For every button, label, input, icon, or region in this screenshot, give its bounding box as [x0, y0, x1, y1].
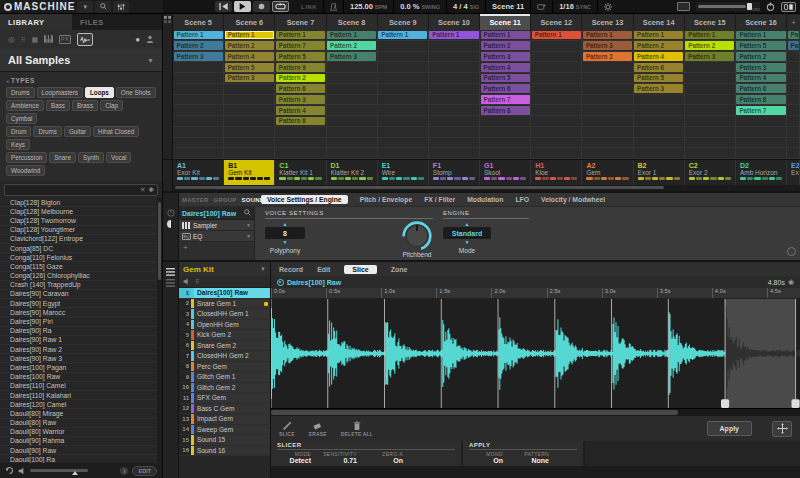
pattern-cell[interactable] [173, 127, 223, 138]
pattern-cell[interactable] [429, 95, 479, 106]
pattern-clip[interactable]: Pattern 6 [276, 84, 325, 93]
pattern-cell[interactable] [480, 116, 530, 127]
page-tab[interactable]: LFO [515, 196, 529, 203]
sample-row[interactable]: Conga[110] Felonius [0, 253, 162, 262]
pattern-cell[interactable] [173, 73, 223, 84]
pattern-cell[interactable] [634, 148, 684, 159]
pattern-cell[interactable]: Pattern 2 [480, 41, 530, 52]
pattern-cell[interactable] [173, 95, 223, 106]
pattern-cell[interactable] [429, 138, 479, 149]
pattern-cell[interactable]: Pattern 3 [480, 52, 530, 63]
sample-row[interactable]: Daouli[90] Raw [0, 446, 162, 455]
pattern-clip[interactable]: Pattern 1 [481, 31, 530, 40]
pattern-clip[interactable]: Pattern 6 [481, 84, 530, 93]
pattern-cell[interactable]: Pattern 1 [327, 30, 377, 41]
pattern-clip[interactable]: Pattern 3 [327, 52, 376, 61]
subtype-chip[interactable]: Bass [46, 100, 70, 111]
subtype-chip[interactable]: Hihat Closed [93, 126, 139, 137]
pattern-cell[interactable]: Pattern 4 [480, 62, 530, 73]
scene-tab[interactable]: Scene 10 [429, 14, 480, 30]
search-button[interactable] [95, 1, 111, 13]
editor-tab-edit[interactable]: Edit [317, 266, 330, 273]
browser-tab-files[interactable]: FILES [72, 14, 144, 30]
pattern-cell[interactable] [582, 62, 632, 73]
group-cell-C2[interactable]: C2Exor 2 [685, 160, 736, 185]
factory-content-icon[interactable]: ● [135, 35, 140, 44]
pattern-cell[interactable] [327, 84, 377, 95]
page-tab[interactable]: FX / Filter [424, 196, 455, 203]
pattern-cell[interactable] [531, 138, 581, 149]
pattern-cell[interactable]: Pattern 7 [736, 105, 786, 116]
pattern-cell[interactable]: Pattern 3 [173, 52, 223, 63]
pattern-clip[interactable]: Pattern 3 [276, 95, 325, 104]
pattern-cell[interactable] [327, 105, 377, 116]
group-cell-A2[interactable]: A2Gem [582, 160, 633, 185]
pattern-cell[interactable]: Pattern 3 [224, 73, 274, 84]
pattern-cell[interactable]: Pattern 1 [736, 30, 786, 41]
sample-row[interactable]: Daouli[80] Warrior [0, 428, 162, 437]
group-cell-B2[interactable]: B2Exor 1 [634, 160, 685, 185]
pattern-cell[interactable]: Pattern 2 [327, 41, 377, 52]
pattern-clip[interactable]: Pattern 5 [225, 63, 274, 72]
sample-row[interactable]: Daires[90] Raw 3 [0, 354, 162, 363]
sample-row[interactable]: Daouli[90] Rahma [0, 437, 162, 446]
pattern-cell[interactable] [429, 127, 479, 138]
group-cell-D2[interactable]: D2Amb Horizon [736, 160, 787, 185]
sample-row[interactable]: Daires[90] Marocc [0, 308, 162, 317]
sample-row[interactable]: Conga[85] DC [0, 244, 162, 253]
pattern-cell[interactable] [634, 116, 684, 127]
waveform-scrollbar[interactable] [271, 408, 800, 416]
type-chip[interactable]: Loops [85, 87, 114, 98]
user-content-icon[interactable] [146, 35, 154, 45]
pattern-clip[interactable]: Pattern 1 [634, 31, 683, 40]
pattern-cell[interactable] [685, 73, 735, 84]
sample-row[interactable]: Crash [140] TrappedUp [0, 281, 162, 290]
search-bar[interactable]: ✕ ✱ [4, 184, 158, 196]
pattern-cell[interactable]: Pattern 1 [378, 30, 428, 41]
scene-tab[interactable]: Scene 15 [685, 14, 736, 30]
pattern-cell[interactable]: Pattern 2 [173, 41, 223, 52]
header-dropdown-button[interactable]: ▾ [77, 1, 93, 13]
pattern-cell[interactable] [327, 138, 377, 149]
pattern-clip[interactable]: Pattern 7 [276, 41, 325, 50]
timeline-ruler[interactable]: 0.0s0.5s1.0s1.5s2.0s2.5s3.0s3.5s4.0s4.5s [271, 288, 800, 299]
pattern-cell[interactable] [685, 62, 735, 73]
pattern-cell[interactable] [634, 138, 684, 149]
pattern-cell[interactable] [173, 105, 223, 116]
zoom-link-icon[interactable]: ◉ [788, 278, 794, 286]
pattern-cell[interactable] [173, 84, 223, 95]
pattern-cell[interactable] [685, 148, 735, 159]
sample-row[interactable]: Clap[128] Bigton [0, 198, 162, 207]
pattern-cell[interactable] [685, 127, 735, 138]
pattern-cell[interactable]: Pattern 1 [685, 30, 735, 41]
pad-view-icon[interactable] [166, 279, 175, 287]
add-plugin-button[interactable]: + [179, 242, 254, 253]
pattern-cell[interactable] [173, 138, 223, 149]
pattern-clip[interactable]: Pattern 1 [276, 31, 325, 40]
pattern-cell[interactable] [531, 52, 581, 63]
subtype-chip[interactable]: Guitar [64, 126, 91, 137]
prehear-volume-slider[interactable] [30, 469, 88, 472]
pattern-cell[interactable] [224, 138, 274, 149]
group-cell-G1[interactable]: G1Skool [480, 160, 531, 185]
scene-tab[interactable]: Scene 6 [224, 14, 275, 30]
pattern-cell[interactable]: Pattern 3 [327, 52, 377, 63]
pattern-cell[interactable] [787, 84, 799, 95]
browser-tab-library[interactable]: LIBRARY [0, 14, 72, 30]
pattern-clip[interactable]: Pattern 5 [481, 74, 530, 83]
scrollbar-thumb[interactable] [158, 202, 161, 280]
pattern-clip[interactable]: Pattern 1 [225, 31, 274, 40]
pattern-cell[interactable]: Pattern 3 [634, 84, 684, 95]
groups-icon[interactable]: ⠿ [21, 36, 25, 43]
pattern-cell[interactable] [224, 127, 274, 138]
sample-row[interactable]: Daouli[80] Mirage [0, 409, 162, 418]
pattern-cell[interactable]: Pattern 1 [429, 30, 479, 41]
pattern-clip[interactable]: Pattern 3 [481, 52, 530, 61]
page-tab[interactable]: Velocity / Modwheel [541, 196, 605, 203]
type-chip[interactable]: Drums [6, 87, 35, 98]
sample-row[interactable]: Daires[110] Kalahari [0, 391, 162, 400]
pattern-cell[interactable] [480, 127, 530, 138]
pattern-clip[interactable]: Pattern 2 [788, 41, 799, 50]
pattern-cell[interactable] [327, 95, 377, 106]
pattern-clip[interactable]: Pattern 8 [736, 95, 785, 104]
